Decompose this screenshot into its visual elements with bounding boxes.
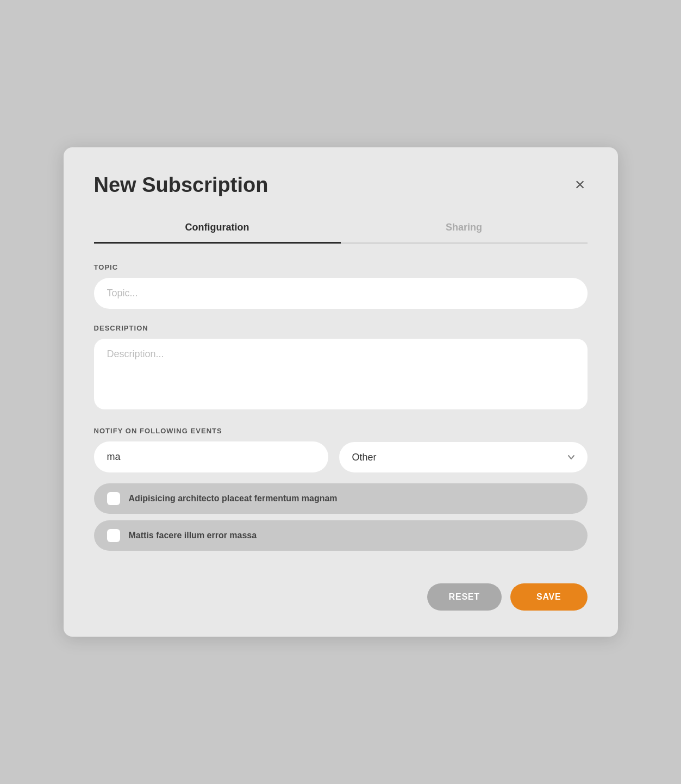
tab-configuration[interactable]: Configuration: [94, 214, 341, 244]
tab-bar: Configuration Sharing: [94, 214, 588, 244]
checkbox-item-1[interactable]: Adipisicing architecto placeat fermentum…: [94, 483, 588, 514]
events-section: NOTIFY ON FOLLOWING EVENTS Other All Non…: [94, 427, 588, 551]
checkbox-label-2: Mattis facere illum error massa: [129, 531, 257, 540]
checkbox-2[interactable]: [107, 529, 120, 542]
tab-sharing[interactable]: Sharing: [341, 214, 588, 244]
save-button[interactable]: SAVE: [510, 583, 588, 611]
description-input[interactable]: [94, 339, 588, 409]
checkbox-item-2[interactable]: Mattis facere illum error massa: [94, 520, 588, 551]
description-label: DESCRIPTION: [94, 324, 588, 332]
topic-section: TOPIC: [94, 263, 588, 309]
topic-input[interactable]: [94, 278, 588, 309]
modal-header: New Subscription ×: [94, 173, 588, 197]
close-button[interactable]: ×: [573, 173, 588, 195]
events-search-input[interactable]: [94, 441, 328, 472]
reset-button[interactable]: RESET: [427, 583, 502, 611]
topic-label: TOPIC: [94, 263, 588, 271]
checkbox-label-1: Adipisicing architecto placeat fermentum…: [129, 494, 338, 503]
modal-footer: RESET SAVE: [94, 583, 588, 611]
events-controls-row: Other All None: [94, 441, 588, 472]
description-section: DESCRIPTION: [94, 324, 588, 412]
events-label: NOTIFY ON FOLLOWING EVENTS: [94, 427, 588, 435]
modal-title: New Subscription: [94, 173, 268, 197]
checkbox-1[interactable]: [107, 492, 120, 505]
new-subscription-modal: New Subscription × Configuration Sharing…: [64, 147, 618, 637]
events-dropdown[interactable]: Other All None: [339, 442, 588, 472]
